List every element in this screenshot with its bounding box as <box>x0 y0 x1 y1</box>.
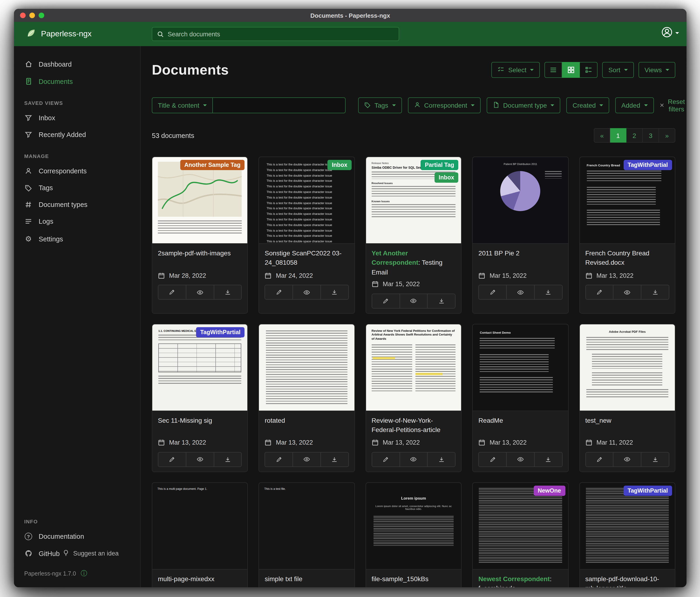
edit-button[interactable] <box>479 285 506 299</box>
info-circle-icon[interactable]: ⓘ <box>80 570 87 578</box>
title-content-dropdown[interactable]: Title & content <box>152 97 213 113</box>
suggest-idea-button[interactable]: Suggest an idea <box>62 549 119 558</box>
document-card[interactable]: Inbox This is a test for the double spac… <box>259 157 355 314</box>
document-card[interactable]: rotated Mar 13, 2022 <box>259 324 355 472</box>
zoom-window-button[interactable] <box>39 13 44 18</box>
brand[interactable]: Paperless-ngx <box>26 28 92 40</box>
document-card[interactable]: Another Sample Tag 2sample-pdf-with-imag… <box>152 157 248 314</box>
select-button[interactable]: Select <box>492 62 540 78</box>
download-button[interactable] <box>534 453 562 467</box>
tag-badge[interactable]: Another Sample Tag <box>180 160 245 170</box>
tag-badge[interactable]: TagWithPartial <box>623 160 672 170</box>
document-thumbnail[interactable]: Lorem ipsumLorem ipsum dolor sit amet, c… <box>366 483 461 570</box>
document-card[interactable]: This is a multi page document. Page 1. m… <box>152 482 248 587</box>
tag-badge[interactable]: Inbox <box>434 172 458 183</box>
document-correspondent[interactable]: Yet Another Correspondent <box>372 249 419 266</box>
detail-view-button[interactable] <box>580 62 598 78</box>
document-card[interactable]: NewOne Newest Correspondent: f_combineds <box>472 482 569 587</box>
edit-button[interactable] <box>479 453 506 467</box>
sidebar-item-recently-added[interactable]: Recently Added <box>14 126 140 143</box>
sidebar-item-document-types[interactable]: Document types <box>14 196 140 213</box>
document-thumbnail[interactable]: Patient BP Distribution 2011 <box>473 157 568 244</box>
document-title[interactable]: rotated <box>265 416 349 435</box>
download-button[interactable] <box>320 453 348 467</box>
document-title[interactable]: file-sample_150kBs <box>372 574 456 587</box>
edit-button[interactable] <box>265 453 293 467</box>
view-button[interactable] <box>506 453 534 467</box>
search-input[interactable] <box>168 30 394 38</box>
document-correspondent[interactable]: Newest Correspondent <box>478 575 550 582</box>
correspondent-filter-button[interactable]: Correspondent <box>408 97 481 113</box>
edit-button[interactable] <box>586 453 613 467</box>
download-button[interactable] <box>427 294 455 308</box>
document-title[interactable]: sample-pdf-download-10-mb-longer-title <box>585 574 669 587</box>
document-card[interactable]: This is a test file. simple txt file <box>259 482 355 587</box>
tags-filter-button[interactable]: Tags <box>358 97 402 113</box>
sidebar-item-settings[interactable]: ⚙ Settings <box>14 230 140 248</box>
tag-badge[interactable]: NewOne <box>533 486 565 496</box>
view-button[interactable] <box>399 453 427 467</box>
document-title[interactable]: ReadMe <box>478 416 562 435</box>
tag-badge[interactable]: Inbox <box>328 160 352 170</box>
sidebar-item-inbox[interactable]: Inbox <box>14 110 140 126</box>
download-button[interactable] <box>534 285 562 299</box>
document-title[interactable]: Yet Another Correspondent: Testing Email <box>372 248 456 277</box>
sidebar-item-dashboard[interactable]: Dashboard <box>14 55 140 73</box>
pagination-page-button[interactable]: 2 <box>626 128 643 143</box>
sidebar-item-logs[interactable]: Logs <box>14 213 140 230</box>
sidebar-item-tags[interactable]: Tags <box>14 180 140 196</box>
edit-button[interactable] <box>372 453 400 467</box>
close-window-button[interactable] <box>20 13 26 18</box>
view-button[interactable] <box>293 285 320 299</box>
document-card[interactable]: TagWithPartial 1.1. CONTINUING MEDICAL E… <box>152 324 248 472</box>
views-button[interactable]: Views <box>639 62 675 78</box>
list-view-button[interactable] <box>545 62 562 78</box>
minimize-window-button[interactable] <box>29 13 35 18</box>
view-button[interactable] <box>186 453 214 467</box>
title-content-input[interactable] <box>213 97 346 113</box>
view-button[interactable] <box>293 453 320 467</box>
sidebar-item-documentation[interactable]: ? Documentation <box>14 528 140 545</box>
download-button[interactable] <box>214 285 242 299</box>
document-title[interactable]: simple txt file <box>265 574 349 587</box>
download-button[interactable] <box>320 285 348 299</box>
document-card[interactable]: Partial TagInbox Release NotesSimba ODBC… <box>366 157 462 314</box>
edit-button[interactable] <box>265 285 293 299</box>
document-thumbnail[interactable]: Review of New York Federal Petitions for… <box>366 325 461 411</box>
pagination-next-button[interactable]: » <box>659 128 675 143</box>
tag-badge[interactable]: Partial Tag <box>421 160 458 170</box>
download-button[interactable] <box>641 285 669 299</box>
pagination-page-button[interactable]: 3 <box>643 128 659 143</box>
document-title[interactable]: Sec 11-Missing sig <box>158 416 242 435</box>
document-title[interactable]: Newest Correspondent: f_combineds <box>478 574 562 587</box>
document-thumbnail[interactable] <box>259 325 354 411</box>
document-card[interactable]: Adobe Acrobat PDF Files test_new Mar 11,… <box>579 324 675 472</box>
view-button[interactable] <box>399 294 427 308</box>
download-button[interactable] <box>427 453 455 467</box>
pagination-page-button[interactable]: 1 <box>610 128 626 143</box>
document-title[interactable]: Review-of-New-York-Federal-Petitions-art… <box>372 416 456 435</box>
sidebar-item-correspondents[interactable]: Correspondents <box>14 163 140 180</box>
document-title[interactable]: French Country Bread Revised.docx <box>585 248 669 268</box>
added-filter-button[interactable]: Added <box>615 97 654 113</box>
edit-button[interactable] <box>586 285 613 299</box>
user-menu-button[interactable] <box>661 27 679 39</box>
document-card[interactable]: TagWithPartial French Country Bread Fren… <box>579 157 675 314</box>
tag-badge[interactable]: TagWithPartial <box>196 327 245 337</box>
download-button[interactable] <box>641 453 669 467</box>
document-title[interactable]: 2sample-pdf-with-images <box>158 248 242 268</box>
document-type-filter-button[interactable]: Document type <box>487 97 560 113</box>
pagination-prev-button[interactable]: « <box>594 128 610 143</box>
sort-button[interactable]: Sort <box>602 62 634 78</box>
created-filter-button[interactable]: Created <box>567 97 609 113</box>
document-thumbnail[interactable]: This is a test file. <box>259 483 354 570</box>
view-button[interactable] <box>613 285 641 299</box>
edit-button[interactable] <box>158 285 186 299</box>
document-card[interactable]: Contact Sheet Demo ReadMe Mar 13, 2022 <box>472 324 569 472</box>
document-card[interactable]: Lorem ipsumLorem ipsum dolor sit amet, c… <box>366 482 462 587</box>
edit-button[interactable] <box>372 294 400 308</box>
edit-button[interactable] <box>158 453 186 467</box>
document-card[interactable]: Review of New York Federal Petitions for… <box>366 324 462 472</box>
document-title[interactable]: multi-page-mixedxx <box>158 574 242 587</box>
grid-view-button[interactable] <box>562 62 580 78</box>
